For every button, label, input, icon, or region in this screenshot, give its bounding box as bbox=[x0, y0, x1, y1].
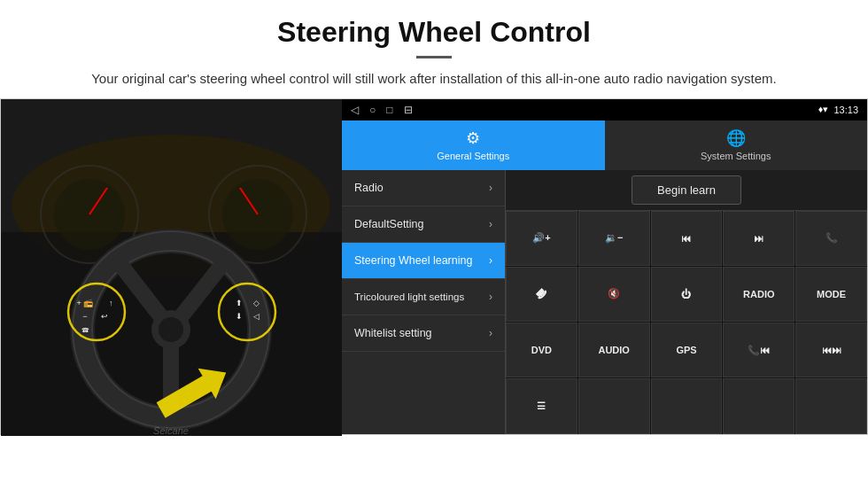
mode-label: MODE bbox=[817, 289, 846, 299]
recents-nav-icon[interactable]: □ bbox=[386, 104, 392, 116]
home-nav-icon[interactable]: ○ bbox=[369, 104, 376, 116]
chevron-icon: › bbox=[489, 182, 492, 194]
seek-icon: ⏮⏭ bbox=[822, 345, 841, 355]
android-ui: ◁ ○ □ ⊟ ♦▾ 13:13 ⚙ General Settings 🌐 Sy… bbox=[342, 99, 867, 434]
tab-system-label: System Settings bbox=[701, 151, 771, 161]
chevron-icon: › bbox=[489, 291, 492, 303]
svg-text:◇: ◇ bbox=[253, 299, 260, 307]
vol-up-icon: 🔊+ bbox=[532, 232, 550, 244]
radio-btn[interactable]: RADIO bbox=[723, 267, 794, 322]
power-btn[interactable]: ⏻ bbox=[651, 267, 723, 322]
phone-icon: 📞 bbox=[825, 232, 838, 244]
call-btn[interactable]: 📞 bbox=[795, 211, 867, 266]
main-content: + 📻 ↑ − ↩ ☎ ⬆ ◇ ⬇ ◁ Seicane ◁ ○ bbox=[0, 98, 868, 435]
vol-down-icon: 🔉− bbox=[605, 232, 623, 244]
svg-text:−: − bbox=[82, 312, 87, 321]
clock: 13:13 bbox=[833, 105, 858, 115]
prev-track-icon: ⏮ bbox=[681, 233, 691, 244]
hang-up-btn[interactable]: ☎ bbox=[506, 267, 577, 322]
gps-label: GPS bbox=[676, 345, 696, 355]
vol-down-btn[interactable]: 🔉− bbox=[578, 211, 650, 266]
mode-btn[interactable]: MODE bbox=[795, 267, 867, 322]
status-bar: ◁ ○ □ ⊟ ♦▾ 13:13 bbox=[342, 99, 867, 120]
prev-track-btn[interactable]: ⏮ bbox=[651, 211, 723, 266]
back-nav-icon[interactable]: ◁ bbox=[351, 104, 359, 116]
phone-prev-btn[interactable]: 📞⏮ bbox=[723, 323, 794, 377]
empty-btn-3 bbox=[723, 378, 794, 433]
tab-general-settings[interactable]: ⚙ General Settings bbox=[342, 120, 605, 170]
audio-btn[interactable]: AUDIO bbox=[578, 323, 650, 377]
svg-text:◁: ◁ bbox=[253, 312, 260, 321]
signal-icon: ♦▾ bbox=[818, 104, 829, 115]
empty-btn-4 bbox=[795, 378, 867, 433]
phone-prev-icon: 📞⏮ bbox=[748, 345, 770, 356]
next-track-btn[interactable]: ⏭ bbox=[723, 211, 794, 266]
chevron-icon: › bbox=[489, 327, 492, 339]
svg-text:↑: ↑ bbox=[109, 299, 113, 307]
svg-text:☎: ☎ bbox=[81, 327, 89, 333]
tab-general-label: General Settings bbox=[437, 151, 509, 161]
chevron-icon: › bbox=[489, 218, 492, 230]
power-icon: ⏻ bbox=[681, 289, 691, 299]
menu-btn[interactable]: ☰ bbox=[506, 378, 577, 433]
title-divider bbox=[416, 56, 452, 58]
hangup-icon: ☎ bbox=[533, 285, 550, 302]
vol-up-btn[interactable]: 🔊+ bbox=[506, 211, 577, 266]
mute-btn[interactable]: 🔇 bbox=[578, 267, 650, 322]
seek-btn[interactable]: ⏮⏭ bbox=[795, 323, 867, 377]
svg-text:⬆: ⬆ bbox=[236, 299, 243, 307]
svg-text:Seicane: Seicane bbox=[153, 425, 189, 436]
page-title: Steering Wheel Control bbox=[35, 16, 833, 49]
svg-point-16 bbox=[159, 317, 183, 342]
car-steering-wheel-image: + 📻 ↑ − ↩ ☎ ⬆ ◇ ⬇ ◁ Seicane bbox=[1, 99, 342, 436]
content-area: Radio › DefaultSetting › Steering Wheel … bbox=[342, 170, 867, 434]
begin-learn-row: Begin learn bbox=[506, 170, 867, 211]
right-panel: Begin learn 🔊+ 🔉− ⏮ ⏭ bbox=[506, 170, 867, 434]
radio-label: RADIO bbox=[743, 289, 774, 299]
dvd-label: DVD bbox=[531, 345, 552, 355]
empty-btn-2 bbox=[651, 378, 723, 433]
mute-icon: 🔇 bbox=[608, 288, 620, 299]
page-subtitle: Your original car's steering wheel contr… bbox=[35, 69, 833, 89]
dvd-btn[interactable]: DVD bbox=[506, 323, 577, 377]
next-track-icon: ⏭ bbox=[754, 233, 763, 244]
gear-icon: ⚙ bbox=[466, 128, 480, 148]
empty-btn-1 bbox=[578, 378, 650, 433]
menu-item-steering-wheel[interactable]: Steering Wheel learning › bbox=[342, 243, 505, 279]
svg-text:+ 📻: + 📻 bbox=[77, 298, 95, 308]
page-header: Steering Wheel Control Your original car… bbox=[0, 0, 868, 98]
tab-bar: ⚙ General Settings 🌐 System Settings bbox=[342, 120, 867, 170]
tab-system-settings[interactable]: 🌐 System Settings bbox=[605, 120, 868, 170]
begin-learn-button[interactable]: Begin learn bbox=[632, 175, 741, 205]
status-indicators: ♦▾ 13:13 bbox=[818, 104, 858, 115]
menu-item-radio[interactable]: Radio › bbox=[342, 170, 505, 206]
menu-item-default-setting[interactable]: DefaultSetting › bbox=[342, 206, 505, 243]
svg-text:↩: ↩ bbox=[101, 312, 108, 321]
menu-item-whitelist[interactable]: Whitelist setting › bbox=[342, 315, 505, 352]
gps-btn[interactable]: GPS bbox=[651, 323, 723, 377]
nav-icons: ◁ ○ □ ⊟ bbox=[351, 104, 413, 116]
menu-item-tricoloured[interactable]: Tricoloured light settings › bbox=[342, 279, 505, 315]
menu-nav-icon[interactable]: ⊟ bbox=[404, 104, 413, 116]
chevron-icon: › bbox=[489, 254, 492, 267]
menu-list: Radio › DefaultSetting › Steering Wheel … bbox=[342, 170, 506, 434]
svg-text:⬇: ⬇ bbox=[236, 312, 243, 321]
globe-icon: 🌐 bbox=[726, 128, 746, 148]
menu-icon: ☰ bbox=[537, 400, 546, 412]
button-grid: 🔊+ 🔉− ⏮ ⏭ 📞 ☎ bbox=[506, 211, 867, 434]
car-image-section: + 📻 ↑ − ↩ ☎ ⬆ ◇ ⬇ ◁ Seicane bbox=[1, 99, 342, 436]
audio-label: AUDIO bbox=[598, 345, 629, 355]
